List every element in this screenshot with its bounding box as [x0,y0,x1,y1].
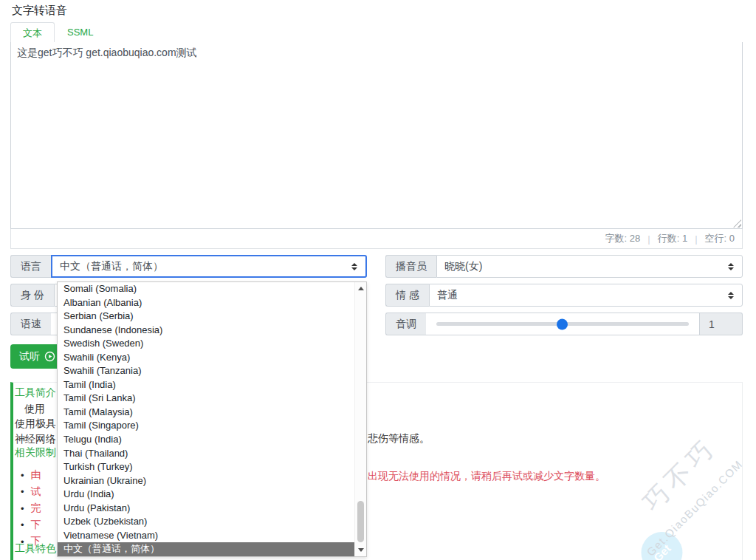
intro-line: 神经网络 [15,433,56,445]
language-label: 语言 [10,255,51,278]
tab-text[interactable]: 文本 [10,22,55,43]
limit-item: • 试 [21,484,41,501]
dropdown-option[interactable]: Swahili (Tanzania) [58,364,354,378]
tab-ssml[interactable]: SSML [55,22,106,43]
dropdown-option[interactable]: 中文（普通话，简体） [58,542,354,556]
select-arrows-icon [351,263,357,270]
limit-item: • 由 [21,467,41,484]
page-title: 文字转语音 [12,4,67,18]
features-heading: 工具特色 [15,542,56,554]
pitch-slider-area [426,313,700,335]
dropdown-option[interactable]: Sundanese (Indonesia) [58,324,354,338]
dropdown-option[interactable]: Albanian (Albania) [58,296,354,310]
dropdown-option[interactable]: Thai (Thailand) [58,447,354,461]
text-input[interactable]: 这是get巧不巧 get.qiaobuqiao.com测试 [11,42,742,228]
dropdown-option[interactable]: Ukrainian (Ukraine) [58,474,354,488]
bullet-icon: • [21,470,24,481]
bullet-icon: • [21,503,24,514]
dropdown-option[interactable]: Vietnamese (Vietnam) [58,529,354,543]
stat-empty-lines: 空行: 0 [705,232,735,245]
dropdown-option[interactable]: Uzbek (Uzbekistan) [58,515,354,529]
dropdown-option[interactable]: Somali (Somalia) [58,282,354,296]
stat-chars: 字数: 28 [605,232,641,245]
select-arrows-icon [728,263,734,270]
pitch-slider-track[interactable] [436,322,689,326]
dropdown-option[interactable]: Tamil (Sri Lanka) [58,392,354,406]
bullet-icon: • [21,519,24,530]
scrollbar-thumb[interactable] [357,501,364,542]
limit-item: • 下 [21,517,41,534]
pitch-value: 1 [700,313,743,335]
announcer-select[interactable]: 晓晓(女) [436,255,743,278]
dropdown-scrollbar[interactable] [354,282,366,556]
dropdown-option[interactable]: Swahili (Kenya) [58,351,354,365]
limit-item: • 完 [21,500,41,517]
emotion-label: 情 感 [385,284,429,307]
announcer-group: 播音员 晓晓(女) [385,255,743,278]
limit-item-right: 出现无法使用的情况，请稍后再试或减少文字数量。 [368,470,605,482]
language-dropdown: Somali (Somalia)Albanian (Albania)Serbia… [57,281,367,557]
dropdown-option[interactable]: Tamil (India) [58,378,354,392]
announcer-select-value: 晓晓(女) [444,260,482,273]
stat-lines: 行数: 1 [658,232,687,245]
emotion-select-value: 普通 [437,289,458,302]
play-circle-icon [44,351,55,362]
emotion-group: 情 感 普通 [385,284,743,307]
intro-line: 使用极具 [15,417,56,429]
emotion-select[interactable]: 普通 [429,284,743,307]
intro-heading: 工具简介 [15,386,56,398]
stat-separator: | [695,233,697,245]
pitch-label: 音调 [385,313,426,335]
language-dropdown-list: Somali (Somalia)Albanian (Albania)Serbia… [58,282,354,556]
limits-list: • 由 • 试 • 完 • 下 • 下 [21,467,41,550]
dropdown-option[interactable]: Telugu (India) [58,433,354,447]
listen-button-label: 试听 [19,350,40,363]
intro-line: 使用 [24,403,45,414]
intro-line-right: 悲伤等情感。 [368,432,430,444]
bullet-icon: • [21,486,24,497]
language-group: 语言 中文（普通话，简体） [10,255,367,278]
stat-separator: | [647,233,650,245]
dropdown-option[interactable]: Serbian (Serbia) [58,310,354,324]
dropdown-option[interactable]: Turkish (Turkey) [58,460,354,474]
pitch-group: 音调 1 [385,313,743,335]
dropdown-option[interactable]: Tamil (Malaysia) [58,406,354,420]
tts-page: 文字转语音 文本 SSML 这是get巧不巧 get.qiaobuqiao.co… [0,0,756,560]
select-arrows-icon [728,292,734,299]
dropdown-option[interactable]: Urdu (Pakistan) [58,502,354,516]
tab-bar: 文本 SSML [10,22,743,43]
pitch-slider-thumb[interactable] [557,318,568,329]
language-select[interactable]: 中文（普通话，简体） [51,255,367,278]
dropdown-option[interactable]: Tamil (Singapore) [58,419,354,433]
scrollbar-up-icon[interactable] [358,287,364,290]
identity-label: 身 份 [10,284,54,307]
language-select-value: 中文（普通话，简体） [60,260,163,273]
text-editor-container: 这是get巧不巧 get.qiaobuqiao.com测试 [10,42,743,229]
editor-stats: 字数: 28 | 行数: 1 | 空行: 0 [10,229,743,249]
speed-label: 语速 [10,313,51,335]
dropdown-option[interactable]: Swedish (Sweden) [58,337,354,351]
announcer-label: 播音员 [385,255,436,278]
limits-heading: 相关限制 [15,446,56,458]
scrollbar-down-icon[interactable] [358,548,364,552]
dropdown-option[interactable]: Urdu (India) [58,488,354,502]
